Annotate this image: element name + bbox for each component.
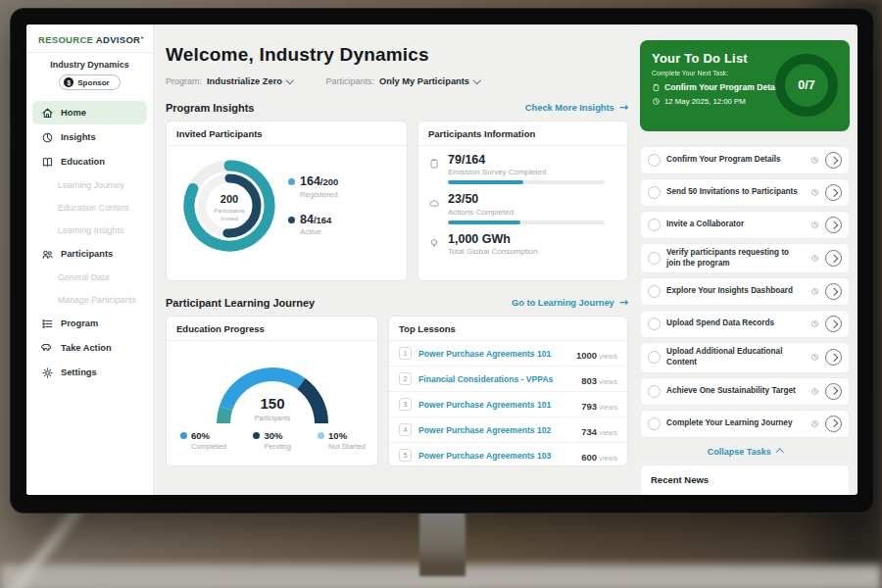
todo-column: Your To Do List Complete Your Next Task:… xyxy=(636,24,858,495)
collapse-tasks-link[interactable]: Collapse Tasks xyxy=(640,447,850,457)
education-progress-card: Education Progress 150Participants 60%Co… xyxy=(166,316,378,466)
clock-icon xyxy=(810,254,819,263)
task-checkbox[interactable] xyxy=(648,285,661,298)
lesson-row: 4Power Purchase Agreements 102734 views xyxy=(389,416,627,442)
chevron-up-icon xyxy=(776,449,784,457)
progress-fill xyxy=(448,220,520,224)
go-to-learning-journey-link[interactable]: Go to Learning Journey → xyxy=(512,296,628,309)
todo-task[interactable]: Achieve One Sustainability Target xyxy=(640,377,850,406)
sidebar-item-insights[interactable]: Insights xyxy=(32,125,147,149)
recent-news-title: Recent News xyxy=(651,474,709,485)
task-checkbox[interactable] xyxy=(648,154,661,167)
chevron-right-icon xyxy=(830,387,838,395)
info-row: 23/50Actions Completed xyxy=(428,192,617,223)
lesson-title-link[interactable]: Financial Considerations - VPPAs xyxy=(418,374,581,384)
lesson-title-link[interactable]: Power Purchase Agreements 103 xyxy=(418,451,581,461)
legend-text: 84/164Active xyxy=(300,214,331,237)
clock-icon xyxy=(810,419,819,428)
task-checkbox[interactable] xyxy=(648,252,661,265)
task-checkbox[interactable] xyxy=(648,351,661,364)
task-label: Invite a Collaborator xyxy=(666,220,805,230)
sidebar-item-label: Take Action xyxy=(61,343,112,353)
divider xyxy=(26,52,153,53)
lesson-title-link[interactable]: Power Purchase Agreements 101 xyxy=(418,349,576,359)
monitor-frame: RESOURCE ADVISOR+ Industry Dynamics $ Sp… xyxy=(10,8,874,514)
task-open-button[interactable] xyxy=(825,250,842,267)
task-open-button[interactable] xyxy=(825,349,842,366)
todo-task[interactable]: Verify participants requesting to join t… xyxy=(640,243,850,273)
todo-task[interactable]: Explore Your Insights Dashboard xyxy=(640,277,850,306)
filter-value: Industrialize Zero xyxy=(207,76,282,86)
clock-icon xyxy=(810,353,819,362)
filter-bar: Program:Industrialize ZeroParticipants:O… xyxy=(166,76,628,86)
lesson-title-link[interactable]: Power Purchase Agreements 102 xyxy=(418,425,581,435)
participants-icon xyxy=(41,248,54,261)
task-checkbox[interactable] xyxy=(648,385,661,398)
legend-text: 164/200Registered xyxy=(300,175,338,199)
sidebar-item-label: Learning Journey xyxy=(58,180,124,190)
sidebar-item-education-content[interactable]: Education Content xyxy=(32,197,147,219)
sponsor-badge[interactable]: $ Sponsor xyxy=(59,74,120,90)
sidebar-item-take-action[interactable]: Take Action xyxy=(32,336,147,360)
lesson-title-link[interactable]: Power Purchase Agreements 101 xyxy=(418,400,581,410)
sponsor-label: Sponsor xyxy=(77,78,109,87)
task-open-button[interactable] xyxy=(825,383,842,400)
progress-bar xyxy=(448,220,605,224)
task-open-button[interactable] xyxy=(825,416,842,432)
info-row: 1,000 GWhTotal Global Consumption xyxy=(428,232,617,256)
info-content: 79/164Emission Survey Completed xyxy=(448,153,605,184)
task-label: Explore Your Insights Dashboard xyxy=(666,286,805,297)
chevron-right-icon xyxy=(830,255,838,263)
app-logo: RESOURCE ADVISOR+ xyxy=(26,24,153,52)
legend-value: 84/164 xyxy=(300,214,331,227)
sidebar-item-manage-participants[interactable]: Manage Participants xyxy=(32,289,147,311)
lesson-views: 803 views xyxy=(581,370,617,388)
sidebar-item-general-data[interactable]: General Data xyxy=(32,267,147,288)
task-open-button[interactable] xyxy=(825,184,842,201)
todo-task[interactable]: Invite a Collaborator xyxy=(640,211,850,239)
task-checkbox[interactable] xyxy=(648,219,661,231)
sidebar-item-program[interactable]: Program xyxy=(32,312,147,335)
todo-task[interactable]: Complete Your Learning Journey xyxy=(640,410,850,438)
legend-label: Not Started xyxy=(328,442,366,451)
svg-text:150: 150 xyxy=(260,395,284,412)
clock-icon xyxy=(810,220,819,229)
todo-task[interactable]: Upload Spend Data Records xyxy=(640,310,850,338)
task-open-button[interactable] xyxy=(825,316,842,332)
task-checkbox[interactable] xyxy=(648,318,661,330)
task-label: Send 50 Invitations to Participants xyxy=(666,187,805,198)
sidebar-item-label: Participants xyxy=(61,249,113,259)
task-checkbox[interactable] xyxy=(648,417,661,430)
progress-fill xyxy=(448,180,523,184)
sidebar-item-education[interactable]: Education xyxy=(32,150,147,173)
info-value: 1,000 GWh xyxy=(448,232,538,246)
recent-news-panel: Recent News xyxy=(640,465,850,495)
info-value: 79/164 xyxy=(448,153,605,167)
filter-participants[interactable]: Participants:Only My Participants xyxy=(326,76,480,86)
task-open-button[interactable] xyxy=(825,152,842,169)
sidebar-item-participants[interactable]: Participants xyxy=(32,242,147,266)
todo-task[interactable]: Confirm Your Program Details xyxy=(640,146,850,174)
arrow-right-icon: → xyxy=(619,296,628,309)
task-label: Achieve One Sustainability Target xyxy=(666,386,805,397)
arrow-right-icon: → xyxy=(619,101,628,114)
filter-program[interactable]: Program:Industrialize Zero xyxy=(166,76,293,86)
sidebar-item-learning-insights[interactable]: Learning Insights xyxy=(32,220,147,241)
learning-journey-title: Participant Learning Journey xyxy=(166,297,315,309)
dashboard-screen: RESOURCE ADVISOR+ Industry Dynamics $ Sp… xyxy=(26,24,858,495)
task-label: Confirm Your Program Details xyxy=(666,155,805,166)
sidebar-item-settings[interactable]: Settings xyxy=(32,361,147,384)
lesson-rank: 4 xyxy=(399,423,412,436)
participants-info-rows: 79/164Emission Survey Completed23/50Acti… xyxy=(418,146,627,256)
photo-background: RESOURCE ADVISOR+ Industry Dynamics $ Sp… xyxy=(0,0,882,588)
todo-task[interactable]: Send 50 Invitations to Participants xyxy=(640,178,850,207)
task-checkbox[interactable] xyxy=(648,186,661,199)
sidebar-item-label: Education xyxy=(61,157,105,167)
sidebar-item-home[interactable]: Home xyxy=(32,101,147,124)
logo-plus: + xyxy=(140,34,144,40)
sidebar-item-learning-journey[interactable]: Learning Journey xyxy=(32,174,147,196)
todo-task[interactable]: Upload Additional Educational Content xyxy=(640,342,850,372)
task-open-button[interactable] xyxy=(825,217,842,233)
check-more-insights-link[interactable]: Check More Insights → xyxy=(525,101,628,114)
task-open-button[interactable] xyxy=(825,283,842,300)
